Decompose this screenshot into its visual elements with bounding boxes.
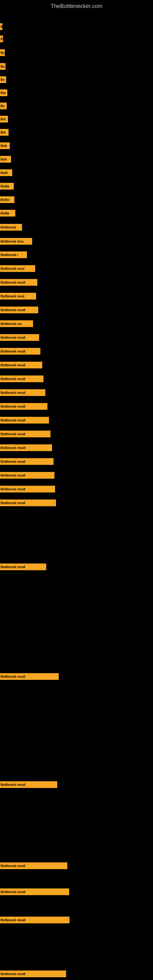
bar-label: Bo: [0, 49, 5, 56]
bar-row: Bott: [0, 156, 153, 162]
bar-row: Bottleneck result: [0, 348, 153, 355]
bar-row: Bottleneck result: [0, 563, 153, 570]
bar-label: Bottle: [0, 183, 14, 189]
bar-row: Bottleneck resul: [0, 293, 153, 299]
bar-label: Bottleneck result: [0, 970, 66, 977]
bar-row: Bo: [0, 49, 153, 56]
bar-label: Bottleneck result: [0, 348, 40, 355]
bar-label: Bottleneck resul: [0, 265, 35, 272]
bar-label: Bottleneck resu: [0, 238, 32, 245]
site-title: TheBottlenecker.com: [0, 0, 153, 16]
bar-row: Bottle: [0, 210, 153, 216]
bar-label: Bottleneck result: [0, 417, 49, 423]
bar-row: Bottleneck result: [0, 417, 153, 423]
bar-label: Bo: [0, 63, 5, 70]
bar-row: Bottleneck result: [0, 500, 153, 506]
bar-label: Bottleneck result: [0, 279, 37, 286]
bar-row: Bottleneck result: [0, 673, 153, 680]
bar-row: Bot: [0, 116, 153, 123]
bar-row: Bottleneck result: [0, 916, 153, 923]
bar-label: Bottle: [0, 196, 14, 203]
bar-label: Bot: [0, 89, 7, 96]
bars-container: BBBoBoBoBotBoBotBotBottBottBottlBottleBo…: [0, 16, 153, 980]
bar-label: Bottleneck result: [0, 500, 56, 506]
bar-row: Bottle: [0, 183, 153, 189]
bar-label: B: [0, 35, 3, 42]
bar-label: Bottleneck result: [0, 486, 55, 492]
bar-row: Bottleneck r: [0, 251, 153, 258]
bar-label: Bottl: [0, 169, 12, 176]
bar-row: Bottleneck result: [0, 970, 153, 977]
bar-label: Bottleneck result: [0, 862, 67, 869]
bar-label: Bottleneck result: [0, 673, 59, 680]
bar-label: Bottleneck result: [0, 375, 43, 382]
bar-label: Bottleneck result: [0, 403, 48, 410]
bar-row: Bottleneck result: [0, 781, 153, 788]
bar-row: Bottleneck result: [0, 472, 153, 479]
bar-row: Bottleneck resul: [0, 265, 153, 272]
bar-label: Bott: [0, 142, 10, 149]
bar-label: Bot: [0, 129, 9, 136]
bar-row: Bo: [0, 76, 153, 83]
bar-row: Bott: [0, 142, 153, 149]
bar-row: Bottleneck result: [0, 403, 153, 410]
bar-row: Bottleneck result: [0, 486, 153, 492]
bar-label: Bottleneck result: [0, 916, 70, 923]
bar-label: Bottleneck result: [0, 444, 52, 451]
bar-label: Bottleneck resul: [0, 293, 36, 299]
bar-row: Bottleneck result: [0, 888, 153, 895]
bar-row: Bot: [0, 129, 153, 136]
bar-label: B: [0, 23, 2, 30]
bar-row: Bo: [0, 63, 153, 70]
bar-label: Bottleneck: [0, 224, 22, 231]
bar-row: Bottleneck res: [0, 320, 153, 327]
bar-row: Bottleneck result: [0, 307, 153, 313]
bar-label: Bottleneck res: [0, 320, 33, 327]
bar-row: B: [0, 35, 153, 42]
bar-row: Bottleneck resu: [0, 238, 153, 245]
bar-label: Bottleneck r: [0, 251, 27, 258]
bar-row: Bottleneck: [0, 224, 153, 231]
bar-row: Bottleneck result: [0, 862, 153, 869]
bar-row: Bo: [0, 103, 153, 109]
bar-label: Bottleneck result: [0, 307, 38, 313]
bar-row: Bottl: [0, 169, 153, 176]
bar-label: Bottleneck result: [0, 334, 39, 341]
bar-label: Bott: [0, 156, 11, 162]
bar-row: Bottleneck result: [0, 444, 153, 451]
bar-label: Bottleneck result: [0, 563, 46, 570]
bar-row: Bottleneck result: [0, 431, 153, 438]
bar-row: Bottle: [0, 196, 153, 203]
bar-row: B: [0, 23, 153, 30]
bar-row: Bottleneck result: [0, 334, 153, 341]
bar-label: Bot: [0, 116, 8, 123]
bar-label: Bottleneck result: [0, 888, 69, 895]
bar-row: Bot: [0, 89, 153, 96]
bar-label: Bottleneck result: [0, 472, 54, 479]
bar-row: Bottleneck result: [0, 389, 153, 396]
bar-label: Bottleneck result: [0, 431, 51, 438]
bar-label: Bo: [0, 76, 6, 83]
bar-row: Bottleneck result: [0, 375, 153, 382]
bar-row: Bottleneck result: [0, 362, 153, 368]
bar-label: Bottleneck result: [0, 362, 42, 368]
bar-label: Bottleneck result: [0, 781, 57, 788]
bar-label: Bo: [0, 103, 7, 109]
bar-row: Bottleneck result: [0, 279, 153, 286]
bar-label: Bottleneck result: [0, 458, 54, 465]
bar-label: Bottle: [0, 210, 15, 216]
bar-label: Bottleneck result: [0, 389, 45, 396]
bar-row: Bottleneck result: [0, 458, 153, 465]
